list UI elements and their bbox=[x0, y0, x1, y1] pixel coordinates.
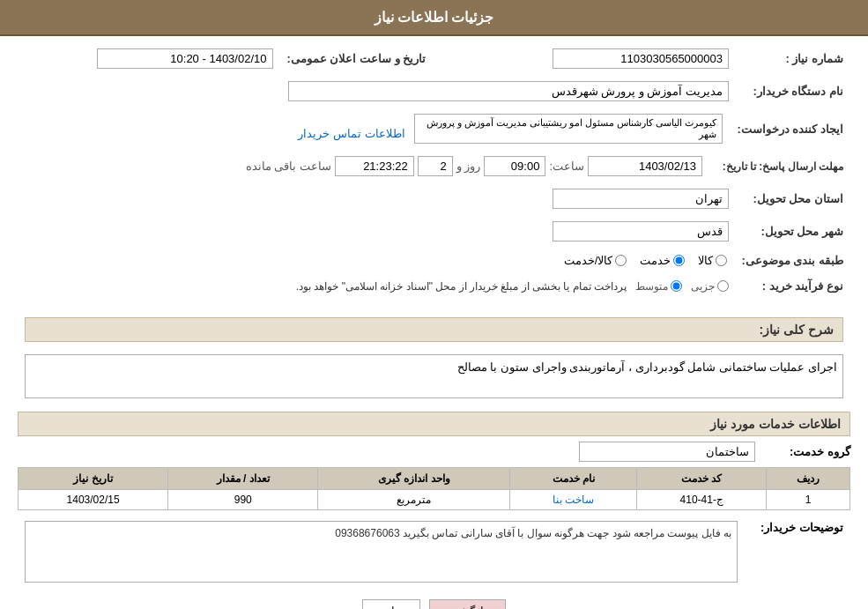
top-info-table: شماره نیاز : 1103030565000003 تاریخ و سا… bbox=[18, 45, 850, 72]
mohlat-table: مهلت ارسال پاسخ: تا تاریخ: 1403/02/13 سا… bbox=[18, 152, 850, 180]
grouh-value: ساختمان bbox=[579, 442, 755, 462]
mohlat-baghimande-label: ساعت باقی مانده bbox=[246, 160, 331, 173]
tozihat-label: توضیحات خریدار: bbox=[745, 517, 850, 586]
radio-jazee-label: جزیی bbox=[691, 280, 715, 293]
farayand-text: پرداخت تمام یا بخشی از مبلغ خریدار از مح… bbox=[296, 280, 627, 293]
ijad-konande-value: کیومرث الیاسی کارشناس مسئول امو ریشتیبان… bbox=[414, 114, 723, 144]
ijad-konande-label: ایجاد کننده درخواست: bbox=[730, 110, 850, 147]
services-table: ردیف کد خدمت نام خدمت واحد اندازه گیری ت… bbox=[18, 467, 850, 510]
mohlat-roz: 2 bbox=[418, 156, 453, 176]
mohlat-label: مهلت ارسال پاسخ: تا تاریخ: bbox=[709, 152, 850, 180]
services-section-title: اطلاعات خدمات مورد نیاز bbox=[18, 412, 850, 436]
shomara-niaz-label: شماره نیاز : bbox=[736, 45, 850, 72]
radio-mottavasset-input[interactable] bbox=[671, 280, 682, 292]
radio-mottavasset: متوسط bbox=[635, 280, 682, 293]
radio-khadamat-label: خدمت bbox=[640, 254, 671, 267]
radio-khadamat: خدمت bbox=[640, 254, 685, 267]
buttons-row: بازگشت چاپ bbox=[18, 599, 850, 609]
back-button[interactable]: بازگشت bbox=[429, 599, 506, 609]
farayand-table: نوع فرآیند خرید : جزیی متوسط پرداخت تمام… bbox=[18, 276, 850, 296]
nam-dastgah-value: مدیریت آموزش و پرورش شهرقدس bbox=[288, 81, 729, 101]
col-radif: ردیف bbox=[767, 468, 850, 490]
radio-kala-label: کالا bbox=[698, 254, 713, 267]
mohlat-saat-label: ساعت: bbox=[549, 160, 584, 173]
sharh-textarea[interactable] bbox=[25, 354, 843, 398]
col-name: نام خدمت bbox=[510, 468, 637, 490]
radio-khadamat-input[interactable] bbox=[673, 255, 685, 266]
mohlat-baghimande: 21:23:22 bbox=[335, 156, 414, 176]
col-date: تاریخ نیاز bbox=[19, 468, 168, 490]
contact-link[interactable]: اطلاعات تماس خریدار bbox=[298, 127, 404, 140]
radio-jazee: جزیی bbox=[691, 280, 729, 293]
mohlat-saat: 09:00 bbox=[484, 156, 545, 176]
header-title: جزئیات اطلاعات نیاز bbox=[375, 10, 494, 25]
tarikhe-elan-label: تاریخ و ساعت اعلان عمومی: bbox=[280, 45, 439, 72]
shahr-value: قدس bbox=[553, 221, 729, 241]
table-row: 1 ج-41-410 ساخت بنا مترمربع 990 1403/02/… bbox=[19, 490, 850, 510]
main-content: شماره نیاز : 1103030565000003 تاریخ و سا… bbox=[0, 36, 868, 609]
radio-kala-khadamat-input[interactable] bbox=[615, 255, 627, 266]
radio-kala-input[interactable] bbox=[716, 255, 727, 266]
col-quantity: تعداد / مقدار bbox=[168, 468, 318, 490]
dastgah-table: نام دستگاه خریدار: مدیریت آموزش و پرورش … bbox=[18, 78, 850, 105]
radio-kala-khadamat-label: کالا/خدمت bbox=[564, 254, 613, 267]
tozihat-value: به فایل پیوست مراجعه شود جهت هرگونه سوال… bbox=[25, 521, 738, 583]
tabaghebandi-label: طبقه بندی موضوعی: bbox=[734, 250, 850, 271]
nam-dastgah-label: نام دستگاه خریدار: bbox=[736, 78, 850, 105]
tabaghebandi-table: طبقه بندی موضوعی: کالا خدمت bbox=[18, 250, 850, 271]
nooe-farayand-label: نوع فرآیند خرید : bbox=[736, 276, 850, 296]
radio-kala-khadamat: کالا/خدمت bbox=[564, 254, 627, 267]
mohlat-date: 1403/02/13 bbox=[588, 156, 702, 176]
service-name-link[interactable]: ساخت بنا bbox=[553, 494, 594, 506]
page-wrapper: جزئیات اطلاعات نیاز شماره نیاز : 1103030… bbox=[0, 0, 868, 609]
ijad-table: ایجاد کننده درخواست: کیومرث الیاسی کارشن… bbox=[18, 110, 850, 147]
shomara-niaz-value: 1103030565000003 bbox=[553, 48, 729, 69]
col-unit: واحد اندازه گیری bbox=[318, 468, 510, 490]
ostan-table: استان محل تحویل: تهران bbox=[18, 185, 850, 212]
mohlat-roz-label: روز و bbox=[456, 160, 481, 173]
tarikhe-elan-value: 1403/02/10 - 10:20 bbox=[97, 48, 273, 69]
tozihat-table: توضیحات خریدار: به فایل پیوست مراجعه شود… bbox=[18, 517, 850, 586]
col-code: کد خدمت bbox=[637, 468, 767, 490]
radio-mottavasset-label: متوسط bbox=[635, 280, 668, 293]
shahr-label: شهر محل تحویل: bbox=[736, 218, 850, 245]
radio-jazee-input[interactable] bbox=[717, 280, 729, 292]
grouh-row: گروه خدمت: ساختمان bbox=[18, 442, 850, 462]
sharh-table: شرح کلی نیاز: bbox=[18, 303, 850, 405]
ostan-value: تهران bbox=[553, 189, 729, 209]
radio-kala: کالا bbox=[698, 254, 727, 267]
grouh-label: گروه خدمت: bbox=[762, 445, 850, 458]
shahr-table: شهر محل تحویل: قدس bbox=[18, 218, 850, 245]
page-header: جزئیات اطلاعات نیاز bbox=[0, 0, 868, 36]
print-button[interactable]: چاپ bbox=[362, 599, 420, 609]
sharh-section-title: شرح کلی نیاز: bbox=[25, 317, 843, 342]
ostan-label: استان محل تحویل: bbox=[736, 185, 850, 212]
